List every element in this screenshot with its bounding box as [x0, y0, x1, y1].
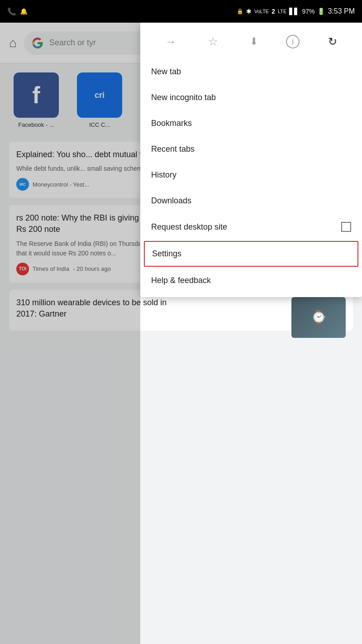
battery-percent: 97% [302, 8, 314, 15]
menu-item-help[interactable]: Help & feedback [140, 268, 362, 293]
status-bar: 📞 🔔 🔒 ✱ VoLTE 2 LTE ▋▋ 97% 🔋 3:53 PM [0, 0, 362, 23]
carrier-number: 2 [272, 8, 275, 15]
menu-item-incognito[interactable]: New incognito tab [140, 85, 362, 111]
bookmarks-label: Bookmarks [151, 119, 192, 128]
status-left-icons: 📞 🔔 [7, 7, 28, 16]
help-feedback-label: Help & feedback [151, 276, 211, 285]
request-desktop-checkbox[interactable] [341, 222, 351, 232]
dim-overlay [0, 23, 140, 644]
phone-icon: 📞 [7, 7, 16, 16]
menu-item-recent-tabs[interactable]: Recent tabs [140, 136, 362, 162]
status-right: 🔒 ✱ VoLTE 2 LTE ▋▋ 97% 🔋 3:53 PM [237, 7, 355, 15]
request-desktop-label: Request desktop site [151, 222, 227, 232]
watch-image: ⌚ [291, 297, 346, 338]
battery-icon: 🔋 [317, 8, 325, 15]
dropdown-menu: → ☆ ⬇ i ↻ New tab New incognito tab Book… [140, 23, 362, 297]
recent-tabs-label: Recent tabs [151, 144, 195, 154]
incognito-tab-label: New incognito tab [151, 93, 216, 102]
menu-item-history[interactable]: History [140, 162, 362, 188]
history-label: History [151, 170, 176, 180]
info-icon[interactable]: i [286, 35, 300, 48]
refresh-icon[interactable]: ↻ [324, 32, 341, 52]
menu-item-request-desktop[interactable]: Request desktop site [140, 214, 362, 240]
settings-label: Settings [152, 249, 181, 259]
menu-item-settings[interactable]: Settings [144, 241, 358, 267]
bluetooth-icon: ✱ [246, 8, 252, 15]
download-icon[interactable]: ⬇ [246, 32, 262, 51]
downloads-label: Downloads [151, 196, 191, 206]
news-thumbnail-wearables: ⌚ [291, 297, 346, 338]
notification-icon: 🔔 [20, 8, 28, 15]
forward-icon[interactable]: → [162, 32, 180, 52]
lte-text: LTE [278, 9, 286, 14]
menu-item-new-tab[interactable]: New tab [140, 59, 362, 85]
menu-item-downloads[interactable]: Downloads [140, 188, 362, 214]
menu-item-bookmarks[interactable]: Bookmarks [140, 111, 362, 136]
new-tab-label: New tab [151, 67, 181, 77]
signal-bars: ▋▋ [289, 8, 299, 15]
lock-icon: 🔒 [237, 8, 243, 14]
time: 3:53 PM [328, 7, 355, 15]
bookmark-star-icon[interactable]: ☆ [205, 32, 222, 52]
dropdown-toolbar: → ☆ ⬇ i ↻ [140, 26, 362, 59]
signal-text: VoLTE [254, 9, 269, 14]
